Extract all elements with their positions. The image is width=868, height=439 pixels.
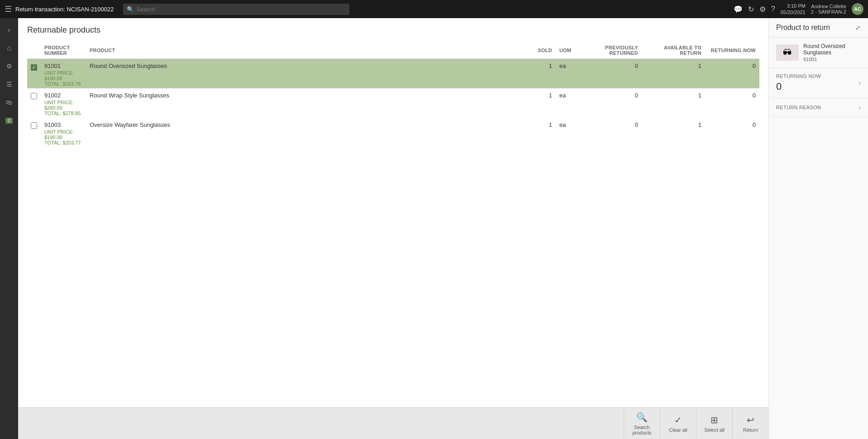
row-uom: ea <box>556 118 583 147</box>
return-label: Return <box>743 427 758 433</box>
sidebar-badge: 0 <box>5 118 13 124</box>
row-checkbox[interactable] <box>31 93 37 99</box>
settings-icon[interactable]: ⚙ <box>759 5 766 14</box>
topbar-actions: 💬 ↻ ⚙ ? 3:10 PM 05/20/2021 Andrew Collet… <box>734 3 863 16</box>
col-header-uom: UOM <box>556 42 583 59</box>
page-title: Returnable products <box>27 25 759 35</box>
search-input[interactable] <box>123 4 349 15</box>
content-area: Returnable products PRODUCT NUMBER PRODU… <box>18 18 768 439</box>
row-checkbox-checked[interactable]: ✓ <box>31 64 37 71</box>
sidebar-back-icon[interactable]: ‹ <box>1 22 17 38</box>
right-panel-title: Product to return <box>776 24 830 32</box>
row-previously-returned: 0 <box>583 88 642 118</box>
col-header-product: PRODUCT <box>86 42 529 59</box>
row-checkbox[interactable] <box>31 122 37 129</box>
row-product-name: Round Oversized Sunglasses <box>86 59 529 89</box>
row-uom: ea <box>556 59 583 89</box>
product-preview-info: Round Oversized Sunglasses 91001 <box>803 43 861 62</box>
product-preview-image: 🕶 <box>776 44 799 61</box>
select-all-label: Select all <box>704 427 725 433</box>
row-product-number: 91001UNIT PRICE: $190.00TOTAL: $203.78 <box>41 59 86 89</box>
clear-all-icon: ✓ <box>674 415 682 425</box>
row-available-to-return: 1 <box>642 59 705 89</box>
row-product-number: 91002UNIT PRICE: $260.00TOTAL: $278.85 <box>41 88 86 118</box>
row-available-to-return: 1 <box>642 88 705 118</box>
col-header-product-number: PRODUCT NUMBER <box>41 42 86 59</box>
returning-now-chevron: › <box>858 79 861 87</box>
sidebar: ‹ ⌂ ⚙ ☰ 🛍 0 <box>0 18 18 439</box>
sidebar-home-icon[interactable]: ⌂ <box>1 40 17 56</box>
returning-now-label: RETURNING NOW <box>776 73 821 79</box>
help-icon[interactable]: ? <box>771 5 775 13</box>
return-icon: ↩ <box>747 415 754 425</box>
select-all-icon: ⊞ <box>711 415 718 425</box>
col-header-returning: RETURNING NOW <box>705 42 759 59</box>
returning-now-value: 0 <box>776 81 821 92</box>
product-preview-name: Round Oversized Sunglasses <box>803 43 861 56</box>
sidebar-ops-icon[interactable]: ⚙ <box>1 58 17 74</box>
product-preview: 🕶 Round Oversized Sunglasses 91001 <box>769 38 868 68</box>
main-container: ‹ ⌂ ⚙ ☰ 🛍 0 Returnable products PRODUCT … <box>0 18 868 439</box>
bottom-bar: 🔍 Searchproducts ✓ Clear all ⊞ Select al… <box>18 407 768 439</box>
sidebar-menu-icon[interactable]: ☰ <box>1 76 17 92</box>
search-icon: 🔍 <box>127 6 134 13</box>
table-row[interactable]: 91003UNIT PRICE: $190.00TOTAL: $203.77Ov… <box>27 118 759 147</box>
current-time: 3:10 PM <box>781 3 806 9</box>
user-name: Andrew Collette <box>811 4 846 9</box>
col-header-check <box>27 42 41 59</box>
user-avatar[interactable]: AC <box>852 3 863 15</box>
row-product-name: Oversize Wayfarer Sunglasses <box>86 118 529 147</box>
row-checkbox-cell <box>27 88 41 118</box>
row-checkbox-cell: ✓ <box>27 59 41 89</box>
select-all-button[interactable]: ⊞ Select all <box>696 408 732 439</box>
col-header-sold: SOLD <box>529 42 556 59</box>
right-panel: Product to return ⤢ 🕶 Round Oversized Su… <box>768 18 868 439</box>
row-uom: ea <box>556 88 583 118</box>
sidebar-badge-icon[interactable]: 0 <box>1 112 17 129</box>
table-row[interactable]: 91002UNIT PRICE: $260.00TOTAL: $278.85Ro… <box>27 88 759 118</box>
current-date: 05/20/2021 <box>781 9 806 15</box>
row-sold: 1 <box>529 59 556 89</box>
clear-all-label: Clear all <box>669 427 687 433</box>
row-returning-now: 0 <box>705 88 759 118</box>
row-previously-returned: 0 <box>583 118 642 147</box>
row-sold: 1 <box>529 88 556 118</box>
sidebar-orders-icon[interactable]: 🛍 <box>1 94 17 111</box>
chat-icon[interactable]: 💬 <box>734 5 743 14</box>
right-panel-expand-icon[interactable]: ⤢ <box>855 24 861 31</box>
row-product-name: Round Wrap Style Sunglasses <box>86 88 529 118</box>
row-sold: 1 <box>529 118 556 147</box>
row-available-to-return: 1 <box>642 118 705 147</box>
hamburger-icon[interactable]: ☰ <box>5 4 12 14</box>
product-preview-number: 91001 <box>803 57 861 62</box>
products-section: Returnable products PRODUCT NUMBER PRODU… <box>18 18 768 407</box>
return-reason-label: RETURN REASON <box>776 105 821 110</box>
return-reason-section[interactable]: RETURN REASON › <box>769 98 868 117</box>
refresh-icon[interactable]: ↻ <box>748 5 754 14</box>
right-panel-header: Product to return ⤢ <box>769 18 868 38</box>
search-products-label: Searchproducts <box>632 425 651 435</box>
row-returning-now: 0 <box>705 118 759 147</box>
col-header-available: AVAILABLE TO RETURN <box>642 42 705 59</box>
search-bar: 🔍 <box>123 4 349 15</box>
return-button[interactable]: ↩ Return <box>732 408 768 439</box>
topbar: ☰ Return transaction: NCISAN-2100022 🔍 💬… <box>0 0 868 18</box>
col-header-prev-returned: PREVIOUSLY RETURNED <box>583 42 642 59</box>
row-previously-returned: 0 <box>583 59 642 89</box>
row-returning-now: 0 <box>705 59 759 89</box>
row-checkbox-cell <box>27 118 41 147</box>
products-table: PRODUCT NUMBER PRODUCT SOLD UOM PREVIOUS… <box>27 42 759 147</box>
table-row[interactable]: ✓91001UNIT PRICE: $190.00TOTAL: $203.78R… <box>27 59 759 89</box>
return-reason-chevron: › <box>858 104 861 111</box>
returning-now-section[interactable]: RETURNING NOW 0 › <box>769 68 868 98</box>
topbar-title: Return transaction: NCISAN-2100022 <box>15 6 114 13</box>
search-products-button[interactable]: 🔍 Searchproducts <box>624 408 660 439</box>
clear-all-button[interactable]: ✓ Clear all <box>660 408 696 439</box>
search-products-icon: 🔍 <box>636 412 648 423</box>
returning-now-info: RETURNING NOW 0 <box>776 73 821 92</box>
store-info: 2 - SANFRAN-2 <box>811 9 846 14</box>
table-header-row: PRODUCT NUMBER PRODUCT SOLD UOM PREVIOUS… <box>27 42 759 59</box>
row-product-number: 91003UNIT PRICE: $190.00TOTAL: $203.77 <box>41 118 86 147</box>
